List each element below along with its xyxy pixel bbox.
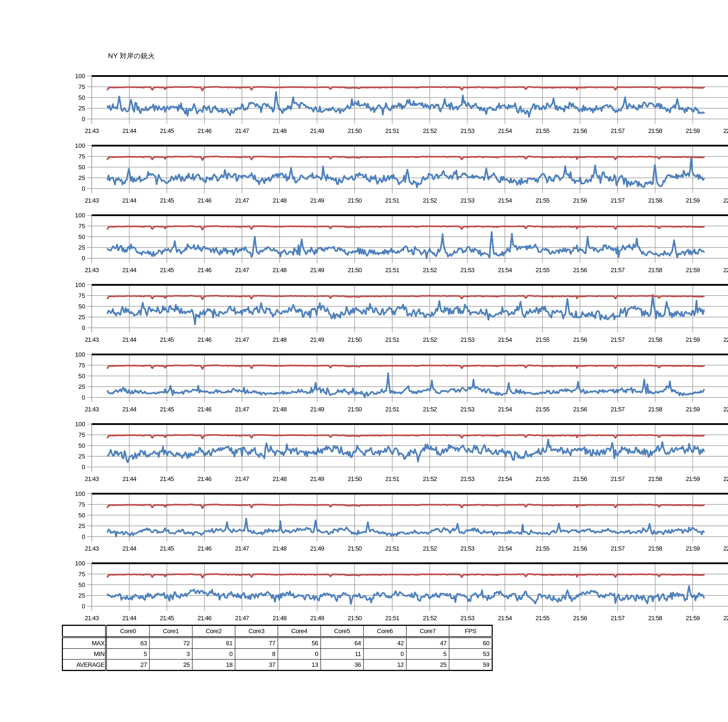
x-axis-tick-label: 21:56 [573, 545, 587, 552]
x-axis-tick-label: 21:56 [573, 267, 587, 274]
left-axis-tick-label: 0 [82, 116, 85, 122]
x-axis-tick-label: 21:54 [498, 267, 512, 274]
x-axis-tick-label: 21:49 [310, 406, 324, 413]
x-axis-tick-label: 21:57 [611, 406, 625, 413]
x-axis-tick-label: 21:55 [535, 197, 549, 204]
left-axis-tick-label: 25 [78, 314, 85, 321]
x-axis-tick-label: 21:48 [272, 406, 286, 413]
x-axis-tick-label: 21:55 [535, 615, 549, 621]
x-axis-tick-label: 21:55 [535, 406, 549, 413]
x-axis-tick-label: 21:48 [272, 336, 286, 343]
x-axis-tick-label: 21:59 [686, 127, 700, 134]
left-axis-tick-label: 50 [78, 94, 85, 101]
x-axis-tick-label: 22:00 [723, 615, 728, 621]
x-axis-tick-label: 21:47 [235, 406, 249, 413]
table-value-cell: 5 [406, 649, 449, 659]
x-axis-tick-label: 21:52 [423, 267, 437, 274]
x-axis-tick-label: 21:58 [648, 545, 662, 552]
fps-series-line [107, 87, 704, 90]
x-axis-tick-label: 21:51 [385, 127, 399, 134]
x-axis-tick-label: 21:53 [460, 545, 474, 552]
chart-panel-core0: 02550751000102030405060708021:4321:4421:… [0, 72, 728, 141]
fps-series-line [107, 226, 704, 230]
table-value-cell: 12 [364, 659, 406, 671]
left-axis-labels: 0255075100 [75, 351, 85, 401]
table-value-cell: 77 [235, 637, 278, 649]
table-value-cell: 5 [106, 649, 150, 659]
left-axis-tick-label: 100 [75, 421, 85, 428]
x-axis-labels: 21:4321:4421:4521:4621:4721:4821:4921:50… [85, 336, 728, 343]
x-axis-tick-label: 21:48 [272, 476, 286, 482]
x-axis-tick-label: 21:50 [348, 476, 362, 482]
left-axis-labels: 0255075100 [75, 73, 85, 122]
x-axis-tick-label: 21:47 [235, 336, 249, 343]
left-axis-labels: 0255075100 [75, 490, 85, 540]
x-axis-labels: 21:4321:4421:4521:4621:4721:4821:4921:50… [85, 127, 728, 134]
x-axis-tick-label: 21:52 [423, 336, 437, 343]
left-axis-tick-label: 25 [78, 174, 85, 181]
x-axis-tick-label: 22:00 [723, 406, 728, 413]
x-axis-tick-label: 21:49 [310, 545, 324, 552]
x-axis-tick-label: 21:43 [85, 545, 99, 552]
core6-series-line [107, 519, 704, 537]
left-axis-tick-label: 0 [82, 533, 85, 540]
x-axis-tick-label: 21:51 [385, 406, 399, 413]
x-axis-tick-label: 21:54 [498, 336, 512, 343]
left-axis-tick-label: 75 [78, 501, 85, 508]
x-axis-tick-label: 21:49 [310, 336, 324, 343]
x-axis-tick-label: 21:48 [272, 197, 286, 204]
table-value-cell: 63 [106, 637, 150, 649]
table-value-cell: 13 [278, 659, 321, 671]
x-axis-tick-label: 21:59 [686, 267, 700, 274]
x-axis-tick-label: 21:48 [272, 267, 286, 274]
x-axis-tick-label: 21:45 [160, 267, 174, 274]
x-axis-tick-label: 21:43 [85, 406, 99, 413]
table-value-cell: 64 [321, 637, 364, 649]
x-axis-tick-label: 21:58 [648, 267, 662, 274]
x-axis-tick-label: 21:45 [160, 336, 174, 343]
chart-core7-svg: 02550751000102030405060708021:4321:4421:… [0, 560, 728, 629]
x-axis-tick-label: 21:56 [573, 615, 587, 621]
left-axis-labels: 0255075100 [75, 421, 85, 471]
x-axis-tick-label: 21:47 [235, 267, 249, 274]
x-axis-tick-label: 21:46 [197, 127, 211, 134]
left-axis-tick-label: 75 [78, 153, 85, 160]
x-axis-tick-label: 21:59 [686, 336, 700, 343]
x-axis-tick-label: 21:50 [348, 336, 362, 343]
left-axis-tick-label: 0 [82, 394, 85, 401]
left-axis-tick-label: 25 [78, 244, 85, 251]
left-axis-labels: 0255075100 [75, 281, 85, 331]
table-value-cell: 60 [449, 637, 492, 649]
x-axis-tick-label: 21:43 [85, 476, 99, 482]
x-axis-tick-label: 21:45 [160, 476, 174, 482]
stats-table: Core0Core1Core2Core3Core4Core5Core6Core7… [62, 625, 493, 671]
x-axis-tick-label: 21:49 [310, 127, 324, 134]
x-axis-tick-label: 21:52 [423, 545, 437, 552]
x-axis-tick-label: 21:55 [535, 476, 549, 482]
left-axis-tick-label: 75 [78, 292, 85, 299]
table-value-cell: 25 [150, 659, 192, 671]
left-axis-tick-label: 25 [78, 453, 85, 460]
table-col-header: Core5 [321, 625, 364, 637]
table-col-header: Core7 [406, 625, 449, 637]
x-axis-tick-label: 21:44 [122, 406, 136, 413]
x-axis-tick-label: 21:43 [85, 127, 99, 134]
table-col-header: Core6 [364, 625, 406, 637]
table-value-cell: 72 [150, 637, 192, 649]
x-axis-tick-label: 21:52 [423, 476, 437, 482]
x-axis-tick-label: 21:53 [460, 127, 474, 134]
x-axis-tick-label: 21:51 [385, 476, 399, 482]
x-axis-tick-label: 21:44 [122, 267, 136, 274]
x-axis-tick-label: 21:52 [423, 197, 437, 204]
core1-series-line [107, 158, 704, 187]
table-col-header: Core1 [150, 625, 192, 637]
x-axis-tick-label: 21:59 [686, 197, 700, 204]
x-axis-tick-label: 22:00 [723, 476, 728, 482]
table-col-header: Core0 [106, 625, 150, 637]
x-axis-tick-label: 21:53 [460, 267, 474, 274]
left-axis-labels: 0255075100 [75, 212, 85, 262]
x-axis-tick-label: 21:53 [460, 197, 474, 204]
x-axis-tick-label: 21:45 [160, 197, 174, 204]
left-axis-labels: 0255075100 [75, 560, 85, 610]
table-corner-cell [63, 625, 106, 637]
